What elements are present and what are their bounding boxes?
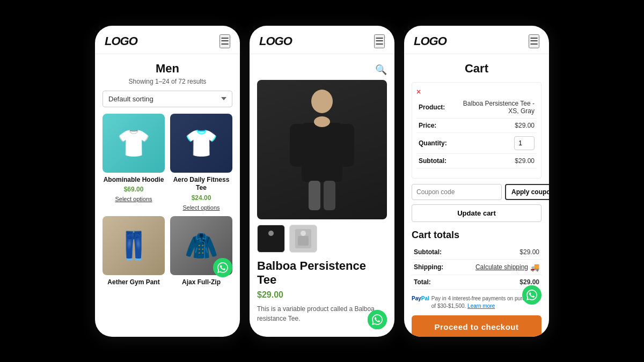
quantity-input[interactable]	[514, 136, 535, 150]
svg-point-6	[314, 116, 330, 127]
svg-rect-1	[302, 123, 342, 182]
detail-header-row: 🔍	[257, 62, 387, 80]
svg-rect-4	[309, 181, 320, 210]
product-detail-name: Balboa Persistence Tee	[257, 259, 387, 287]
shipping-label: Shipping:	[412, 259, 460, 275]
price-value: $29.00	[459, 118, 537, 132]
svg-rect-5	[324, 181, 335, 210]
sort-select[interactable]: Default sorting Sort by popularity Sort …	[103, 91, 232, 107]
product-detail-price: $29.00	[257, 290, 387, 300]
quantity-label: Quantity:	[416, 132, 459, 153]
totals-subtotal-row: Subtotal: $29.00	[412, 245, 541, 260]
select-options-hoodie[interactable]: Select options	[115, 196, 152, 202]
remove-item-button[interactable]: ×	[416, 87, 421, 96]
product-name-aero-tee: Aero Daily Fitness Tee	[170, 176, 232, 193]
shipping-value: Calculate shipping 🚚	[460, 259, 541, 275]
cart-item: × Product: Balboa Persistence Tee - XS, …	[412, 82, 541, 179]
select-options-aero-tee[interactable]: Select options	[182, 204, 219, 211]
product-name-ajax: Ajax Full-Zip	[182, 278, 221, 287]
header-2: LOGO ☰	[250, 26, 394, 54]
hamburger-button-2[interactable]: ☰	[374, 34, 385, 48]
totals-shipping-row: Shipping: Calculate shipping 🚚	[412, 259, 541, 275]
apply-coupon-button[interactable]: Apply coupon	[505, 184, 549, 200]
product-name-hoodie: Abominable Hoodie	[104, 176, 164, 184]
phone-screen-3: LOGO ☰ Cart × Product: Balboa Persistenc…	[404, 26, 549, 337]
totals-subtotal-label: Subtotal:	[412, 245, 460, 260]
page-title: Men	[103, 62, 232, 76]
cart-item-details: Product: Balboa Persistence Tee - XS, Gr…	[416, 97, 537, 168]
svg-point-11	[301, 231, 306, 236]
product-image-gym-pant[interactable]	[103, 216, 165, 275]
svg-rect-9	[266, 236, 276, 246]
screens-container: LOGO ☰ Men Showing 1–24 of 72 results De…	[95, 26, 549, 337]
cart-product-row: Product: Balboa Persistence Tee - XS, Gr…	[416, 97, 537, 119]
logo-1: LOGO	[105, 34, 137, 48]
product-value: Balboa Persistence Tee - XS, Gray	[459, 97, 537, 119]
product-card-ajax: Ajax Full-Zip	[170, 216, 232, 289]
totals-subtotal-value: $29.00	[460, 245, 541, 260]
whatsapp-button-2b[interactable]	[368, 310, 387, 329]
price-label: Price:	[416, 118, 459, 132]
header-3: LOGO ☰	[404, 26, 549, 54]
product-card-gym-pant: Aether Gym Pant	[103, 216, 165, 289]
product-card-hoodie: Abominable Hoodie $69.00 Select options	[103, 114, 165, 211]
product-thumbnails	[257, 225, 387, 253]
phone-screen-2: LOGO ☰ 🔍	[250, 26, 394, 337]
cart-subtotal-row: Subtotal: $29.00	[416, 153, 537, 168]
subtotal-label: Subtotal:	[416, 153, 459, 168]
cart-totals-title: Cart totals	[412, 230, 541, 241]
product-image-aero-tee[interactable]	[170, 114, 232, 173]
product-hero-image[interactable]	[257, 80, 387, 219]
cart-title: Cart	[412, 62, 541, 76]
coupon-input[interactable]	[412, 184, 502, 200]
hamburger-button-1[interactable]: ☰	[219, 34, 230, 48]
product-image-hoodie[interactable]	[103, 114, 165, 173]
hamburger-button-3[interactable]: ☰	[529, 34, 539, 48]
paypal-learn-more[interactable]: Learn more	[467, 303, 495, 309]
cart-quantity-row: Quantity:	[416, 132, 537, 153]
phone-screen-1: LOGO ☰ Men Showing 1–24 of 72 results De…	[95, 26, 240, 337]
product-price-hoodie: $69.00	[124, 186, 144, 193]
product-list-body: Men Showing 1–24 of 72 results Default s…	[95, 54, 240, 337]
search-button[interactable]: 🔍	[375, 64, 387, 76]
header-1: LOGO ☰	[95, 26, 240, 54]
svg-rect-2	[290, 124, 306, 167]
calc-shipping-text[interactable]: Calculate shipping	[475, 263, 528, 271]
subtotal-value: $29.00	[459, 153, 537, 168]
svg-rect-12	[298, 236, 309, 246]
shipping-icon: 🚚	[530, 263, 539, 271]
coupon-row: Apply coupon	[412, 184, 541, 200]
product-detail-body: 🔍	[250, 54, 394, 337]
update-cart-button[interactable]: Update cart	[412, 204, 541, 222]
product-price-aero-tee: $24.00	[192, 194, 211, 202]
checkout-button[interactable]: Proceed to checkout	[412, 315, 541, 337]
quantity-value	[459, 132, 537, 153]
product-card-aero-tee: Aero Daily Fitness Tee $24.00 Select opt…	[170, 114, 232, 211]
product-label: Product:	[416, 97, 459, 119]
quantity-input-wrap	[462, 136, 535, 150]
whatsapp-button-3[interactable]	[522, 285, 541, 305]
svg-point-8	[268, 231, 274, 236]
cart-totals-table: Subtotal: $29.00 Shipping: Calculate shi…	[412, 245, 541, 290]
results-count: Showing 1–24 of 72 results	[103, 78, 232, 85]
product-name-gym-pant: Aether Gym Pant	[107, 278, 159, 287]
svg-point-0	[311, 90, 333, 113]
logo-3: LOGO	[414, 34, 447, 48]
calc-shipping-wrap: Calculate shipping 🚚	[462, 263, 539, 271]
logo-2: LOGO	[259, 34, 292, 48]
totals-total-row: Total: $29.00	[412, 275, 541, 289]
product-grid: Abominable Hoodie $69.00 Select options …	[103, 114, 232, 289]
total-label: Total:	[412, 275, 460, 289]
thumbnail-dark[interactable]	[257, 225, 285, 253]
svg-rect-3	[338, 124, 354, 167]
cart-price-row: Price: $29.00	[416, 118, 537, 132]
thumbnail-light[interactable]	[289, 225, 317, 253]
